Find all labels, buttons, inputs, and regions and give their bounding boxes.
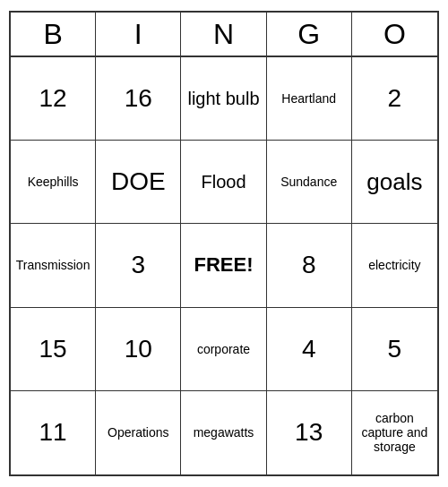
bingo-cell: 15	[11, 308, 96, 391]
bingo-cell: corporate	[181, 308, 266, 391]
header-letter: G	[267, 13, 352, 56]
bingo-cell: Flood	[181, 141, 266, 224]
bingo-cell: 10	[96, 308, 181, 391]
bingo-cell: 5	[352, 308, 437, 391]
bingo-cell: megawatts	[181, 391, 266, 474]
header-letter: I	[96, 13, 181, 56]
bingo-cell: Sundance	[267, 141, 352, 224]
bingo-cell: Keephills	[11, 141, 96, 224]
bingo-cell: 8	[267, 224, 352, 307]
bingo-cell: 4	[267, 308, 352, 391]
bingo-cell: 11	[11, 391, 96, 474]
header-letter: B	[11, 13, 96, 56]
bingo-header: BINGO	[11, 13, 437, 57]
bingo-cell: Transmission	[11, 224, 96, 307]
bingo-cell: Heartland	[267, 57, 352, 141]
bingo-cell: carbon capture and storage	[352, 391, 437, 474]
bingo-cell: 16	[96, 57, 181, 141]
header-letter: N	[181, 13, 266, 56]
bingo-cell: 2	[352, 57, 437, 141]
header-letter: O	[352, 13, 437, 56]
bingo-card: BINGO 1216light bulbHeartland2KeephillsD…	[9, 11, 439, 476]
bingo-cell: DOE	[96, 141, 181, 224]
bingo-cell: goals	[352, 141, 437, 224]
bingo-cell: Operations	[96, 391, 181, 474]
bingo-cell: electricity	[352, 224, 437, 307]
bingo-cell: 13	[267, 391, 352, 474]
bingo-cell: 3	[96, 224, 181, 307]
bingo-grid: 1216light bulbHeartland2KeephillsDOEFloo…	[11, 57, 437, 474]
bingo-cell: FREE!	[181, 224, 266, 307]
bingo-cell: 12	[11, 57, 96, 141]
bingo-cell: light bulb	[181, 57, 266, 141]
